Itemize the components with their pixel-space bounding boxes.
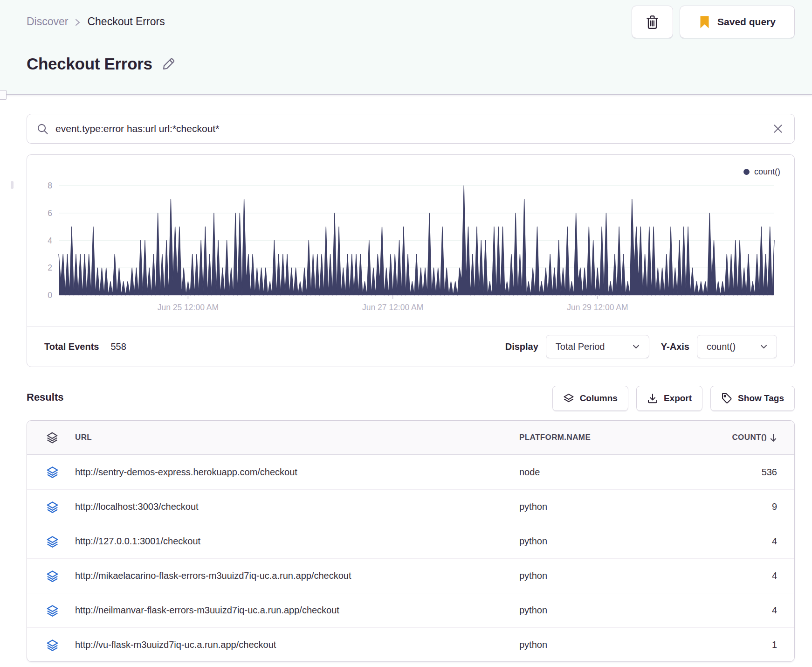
cell-platform: python (519, 605, 547, 616)
cell-count: 4 (772, 536, 777, 547)
cell-count: 536 (762, 467, 777, 478)
display-label: Display (505, 341, 538, 352)
header-stack-icon[interactable] (46, 431, 58, 444)
show-tags-button[interactable]: Show Tags (710, 386, 795, 411)
display-dropdown-value: Total Period (556, 341, 605, 352)
clear-search-icon[interactable] (773, 124, 783, 134)
scroll-pill (11, 181, 14, 189)
cell-platform: python (519, 536, 547, 547)
row-stack-icon[interactable] (46, 639, 59, 651)
show-tags-button-label: Show Tags (738, 393, 784, 403)
results-table: URL PLATFORM.NAME COUNT() http://sentry-… (27, 420, 795, 662)
cell-platform: python (519, 570, 547, 581)
total-events-value: 558 (110, 341, 126, 352)
columns-button[interactable]: Columns (552, 386, 628, 411)
column-header-count[interactable]: COUNT() (732, 433, 777, 442)
row-stack-icon[interactable] (46, 466, 59, 479)
chevron-down-icon (760, 344, 767, 349)
events-area-chart[interactable]: 02468Jun 25 12:00 AMJun 27 12:00 AMJun 2… (27, 155, 794, 325)
divider-handle[interactable] (0, 90, 7, 100)
search-icon (37, 123, 48, 135)
export-download-icon (647, 393, 658, 404)
row-stack-icon[interactable] (46, 500, 59, 513)
cell-count: 1 (772, 639, 777, 650)
cell-count: 4 (772, 605, 777, 616)
breadcrumb-chevron-icon (75, 18, 81, 27)
table-row[interactable]: http://neilmanvar-flask-errors-m3uuizd7i… (27, 593, 794, 627)
chart-footer: Total Events 558 Display Total Period Y-… (27, 326, 794, 367)
table-row[interactable]: http://vu-flask-m3uuizd7iq-uc.a.run.app/… (27, 627, 794, 662)
results-heading: Results (27, 391, 63, 403)
svg-text:Jun 25 12:00 AM: Jun 25 12:00 AM (158, 303, 219, 312)
svg-text:6: 6 (48, 208, 52, 218)
cell-count: 4 (772, 570, 777, 581)
export-button[interactable]: Export (636, 386, 702, 411)
column-header-url[interactable]: URL (75, 433, 92, 442)
cell-platform: node (519, 467, 540, 478)
display-dropdown[interactable]: Total Period (546, 335, 649, 358)
page-header-band: Discover Checkout Errors Checkout Errors… (0, 0, 812, 95)
title-row: Checkout Errors (27, 55, 175, 73)
cell-url[interactable]: http://127.0.0.1:3001/checkout (75, 536, 200, 547)
chart-controls: Display Total Period Y-Axis count() (505, 335, 777, 358)
row-stack-icon[interactable] (46, 604, 59, 617)
cell-url[interactable]: http://sentry-demos-express.herokuapp.co… (75, 467, 297, 478)
bookmark-icon (699, 15, 710, 29)
breadcrumb-current: Checkout Errors (87, 15, 165, 28)
results-toolbar: Columns Export Show Tags (552, 386, 795, 411)
events-chart-panel: count() 02468Jun 25 12:00 AMJun 27 12:00… (27, 154, 795, 367)
cell-url[interactable]: http://vu-flask-m3uuizd7iq-uc.a.run.app/… (75, 639, 276, 650)
svg-text:0: 0 (48, 291, 52, 300)
svg-text:Jun 29 12:00 AM: Jun 29 12:00 AM (567, 303, 628, 312)
cell-platform: python (519, 639, 547, 650)
svg-text:2: 2 (48, 263, 52, 272)
breadcrumb: Discover Checkout Errors (27, 15, 165, 28)
column-header-platform[interactable]: PLATFORM.NAME (519, 433, 591, 442)
export-button-label: Export (664, 393, 692, 403)
edit-title-pencil-icon[interactable] (162, 57, 175, 71)
breadcrumb-discover-link[interactable]: Discover (27, 15, 68, 28)
delete-query-button[interactable] (632, 6, 673, 38)
saved-query-label: Saved query (717, 16, 776, 28)
sort-desc-arrow-icon (770, 433, 777, 442)
cell-url[interactable]: http://neilmanvar-flask-errors-m3uuizd7i… (75, 605, 339, 616)
svg-text:Jun 27 12:00 AM: Jun 27 12:00 AM (362, 303, 423, 312)
cell-count: 9 (772, 501, 777, 512)
yaxis-dropdown-value: count() (707, 341, 736, 352)
total-events-label: Total Events (44, 341, 99, 352)
discover-saved-query-page: Discover Checkout Errors Checkout Errors… (0, 0, 812, 667)
table-header-row: URL PLATFORM.NAME COUNT() (27, 421, 794, 455)
cell-platform: python (519, 501, 547, 512)
columns-stack-icon (563, 393, 574, 404)
saved-query-button[interactable]: Saved query (680, 6, 795, 38)
search-bar[interactable]: event.type:error has:url url:*checkout* (27, 114, 795, 144)
cell-url[interactable]: http://localhost:3003/checkout (75, 501, 199, 512)
yaxis-dropdown[interactable]: count() (697, 335, 777, 358)
chevron-down-icon (633, 344, 640, 349)
svg-text:4: 4 (48, 236, 52, 245)
page-title: Checkout Errors (27, 55, 152, 73)
table-row[interactable]: http://localhost:3003/checkout python 9 (27, 489, 794, 524)
row-stack-icon[interactable] (46, 535, 59, 548)
tag-icon (721, 393, 732, 404)
table-row[interactable]: http://mikaelacarino-flask-errors-m3uuiz… (27, 558, 794, 593)
svg-text:8: 8 (48, 181, 52, 190)
columns-button-label: Columns (580, 393, 618, 403)
cell-url[interactable]: http://mikaelacarino-flask-errors-m3uuiz… (75, 570, 351, 581)
table-body: http://sentry-demos-express.herokuapp.co… (27, 455, 794, 662)
trash-icon (646, 15, 659, 29)
table-row[interactable]: http://127.0.0.1:3001/checkout python 4 (27, 524, 794, 558)
yaxis-label: Y-Axis (661, 341, 689, 352)
search-query-text[interactable]: event.type:error has:url url:*checkout* (55, 123, 773, 134)
table-row[interactable]: http://sentry-demos-express.herokuapp.co… (27, 455, 794, 489)
row-stack-icon[interactable] (46, 570, 59, 582)
